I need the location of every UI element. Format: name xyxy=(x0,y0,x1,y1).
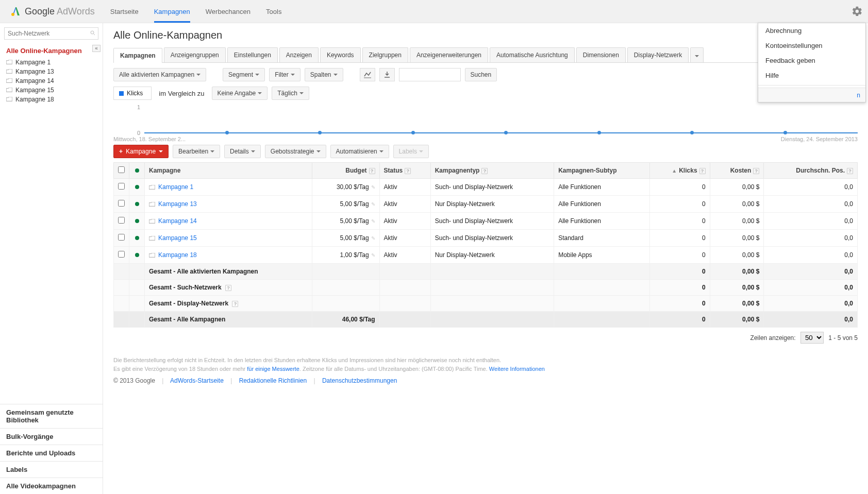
gear-menu-foot-link[interactable]: n xyxy=(857,92,860,99)
gear-button[interactable] xyxy=(852,6,863,17)
sidebar-bottom-link[interactable]: Gemeinsam genutzte Bibliothek xyxy=(0,404,103,428)
help-icon[interactable]: ? xyxy=(753,168,759,174)
edit-icon[interactable]: ✎ xyxy=(371,235,375,241)
download-button[interactable] xyxy=(379,68,395,81)
help-icon[interactable]: ? xyxy=(369,168,375,174)
sidebar-bottom-link[interactable]: Bulk-Vorgänge xyxy=(0,428,103,445)
sidebar-bottom-link[interactable]: Labels xyxy=(0,461,103,478)
row-checkbox[interactable] xyxy=(118,217,125,224)
caret-down-icon xyxy=(695,55,699,57)
row-checkbox[interactable] xyxy=(118,183,125,190)
table-row: Kampagne 145,00 $/Tag✎AktivSuch- und Dis… xyxy=(114,213,858,230)
columns-dropdown[interactable]: Spalten xyxy=(305,68,343,81)
tree-item[interactable]: Kampagne 15 xyxy=(6,86,98,95)
metric-toolbar: Klicks im Vergleich zu Keine Angabe Tägl… xyxy=(113,87,858,100)
edit-icon[interactable]: ✎ xyxy=(371,201,375,207)
caret-down-icon xyxy=(333,74,338,76)
help-icon[interactable]: ? xyxy=(232,301,238,307)
subtab-anzeigengruppen[interactable]: Anzeigengruppen xyxy=(164,47,226,62)
search-button[interactable]: Suchen xyxy=(465,68,497,81)
subtab-keywords[interactable]: Keywords xyxy=(320,47,361,62)
select-all-checkbox[interactable] xyxy=(118,166,125,173)
footnote-link-metrics[interactable]: für einige Messwerte xyxy=(247,366,299,372)
sidebar-bottom-link[interactable]: Alle Videokampagnen xyxy=(0,478,103,494)
page-size-select[interactable]: 50 xyxy=(800,332,824,344)
segment-dropdown[interactable]: Segment xyxy=(223,68,265,81)
campaign-link[interactable]: Kampagne 14 xyxy=(158,217,197,225)
gear-menu-item[interactable]: Kontoeinstellungen xyxy=(758,38,865,53)
logo[interactable]: Google AdWords xyxy=(9,5,95,18)
caret-down-icon xyxy=(291,74,295,76)
row-checkbox[interactable] xyxy=(118,234,125,241)
subtab-dimensionen[interactable]: Dimensionen xyxy=(576,47,626,62)
subtype-value: Alle Funktionen xyxy=(554,196,649,213)
tree-root[interactable]: Alle Online-Kampagnen xyxy=(6,47,98,55)
details-dropdown[interactable]: Details xyxy=(224,145,261,158)
gear-menu-item[interactable]: Feedback geben xyxy=(758,53,865,68)
campaign-link[interactable]: Kampagne 1 xyxy=(158,183,193,191)
subtab-more[interactable] xyxy=(690,47,704,62)
col-avgpos[interactable]: Durchschn. Pos.? xyxy=(764,163,858,179)
row-checkbox[interactable] xyxy=(118,251,125,258)
collapse-sidebar-button[interactable]: « xyxy=(92,45,101,52)
help-icon[interactable]: ? xyxy=(405,168,411,174)
labels-dropdown[interactable]: Labels xyxy=(393,145,429,158)
help-icon[interactable]: ? xyxy=(699,168,706,174)
col-type[interactable]: Kampagnentyp? xyxy=(430,163,554,179)
topnav-item-werbechancen[interactable]: Werbechancen xyxy=(206,1,251,23)
subtab-anzeigen[interactable]: Anzeigen xyxy=(279,47,319,62)
help-icon[interactable]: ? xyxy=(225,285,231,291)
chart-toggle-button[interactable] xyxy=(360,68,375,81)
topnav-item-kampagnen[interactable]: Kampagnen xyxy=(154,1,190,23)
filter-dropdown[interactable]: Filter xyxy=(269,68,301,81)
edit-dropdown[interactable]: Bearbeiten xyxy=(173,145,220,158)
edit-icon[interactable]: ✎ xyxy=(371,218,375,224)
edit-icon[interactable]: ✎ xyxy=(371,184,375,190)
subtab-zielgruppen[interactable]: Zielgruppen xyxy=(362,47,408,62)
new-campaign-button[interactable]: +Kampagne xyxy=(113,145,169,158)
compare-metric-dropdown[interactable]: Keine Angabe xyxy=(212,87,268,100)
folder-icon xyxy=(6,97,12,102)
automate-dropdown[interactable]: Automatisieren xyxy=(330,145,389,158)
campaign-link[interactable]: Kampagne 13 xyxy=(158,200,197,208)
col-cost[interactable]: Kosten? xyxy=(710,163,764,179)
campaign-link[interactable]: Kampagne 15 xyxy=(158,234,197,242)
col-status[interactable]: Status? xyxy=(379,163,430,179)
caret-down-icon xyxy=(251,150,255,152)
tree-item[interactable]: Kampagne 13 xyxy=(6,67,98,76)
row-checkbox[interactable] xyxy=(118,200,125,207)
tree-item[interactable]: Kampagne 14 xyxy=(6,76,98,86)
search-input[interactable] xyxy=(4,27,98,40)
help-icon[interactable]: ? xyxy=(481,168,488,174)
subtab-einstellungen[interactable]: Einstellungen xyxy=(227,47,278,62)
footer-link[interactable]: Redaktionelle Richtlinien xyxy=(239,377,307,384)
footer-link[interactable]: AdWords-Startseite xyxy=(170,377,224,384)
sidebar-bottom-link[interactable]: Berichte und Uploads xyxy=(0,445,103,461)
edit-icon[interactable]: ✎ xyxy=(371,252,375,258)
subtab-automatische-ausrichtung[interactable]: Automatische Ausrichtung xyxy=(490,47,575,62)
primary-metric-dropdown[interactable]: Klicks xyxy=(113,87,152,100)
col-budget[interactable]: Budget? xyxy=(312,163,379,179)
help-icon[interactable]: ? xyxy=(847,168,853,174)
col-campaign[interactable]: Kampagne xyxy=(145,163,312,179)
topnav-item-startseite[interactable]: Startseite xyxy=(110,1,139,23)
gear-menu-item[interactable]: Hilfe xyxy=(758,68,865,83)
footer-link[interactable]: Datenschutzbestimmungen xyxy=(322,377,397,384)
subtab-kampagnen[interactable]: Kampagnen xyxy=(113,48,162,63)
tree-item[interactable]: Kampagne 18 xyxy=(6,95,98,104)
col-clicks[interactable]: ▲Klicks? xyxy=(649,163,710,179)
footnote-link-more[interactable]: Weitere Informationen xyxy=(489,366,545,372)
chart-y-tick: 0 xyxy=(137,130,140,136)
tree-item[interactable]: Kampagne 1 xyxy=(6,58,98,67)
campaign-filter-dropdown[interactable]: Alle aktivierten Kampagnen xyxy=(113,68,206,81)
col-subtype[interactable]: Kampagnen-Subtyp xyxy=(554,163,649,179)
subtab-display-netzwerk[interactable]: Display-Netzwerk xyxy=(627,47,689,62)
gear-menu-item[interactable]: Abrechnung xyxy=(758,23,865,38)
granularity-dropdown[interactable]: Täglich xyxy=(272,87,309,100)
topnav-item-tools[interactable]: Tools xyxy=(266,1,281,23)
subtab-anzeigenerweiterungen[interactable]: Anzeigenerweiterungen xyxy=(410,47,488,62)
bidding-dropdown[interactable]: Gebotsstrategie xyxy=(265,145,326,158)
table-search-input[interactable] xyxy=(399,68,461,81)
folder-icon xyxy=(6,60,12,65)
campaign-link[interactable]: Kampagne 18 xyxy=(158,251,197,259)
